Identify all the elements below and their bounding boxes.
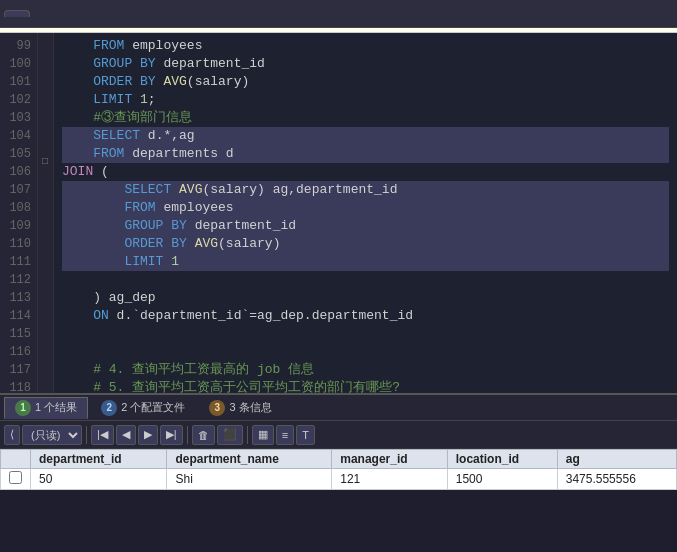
code-editor[interactable]: 9910010110210310410510610710810911011111… (0, 33, 677, 393)
line-number: 99 (6, 37, 31, 55)
fold-button (38, 119, 52, 136)
toolbar-delete-button[interactable]: 🗑 (192, 425, 215, 445)
code-line: ON d.`department_id`=ag_dep.department_i… (62, 307, 669, 325)
fold-button (38, 204, 52, 221)
result-tab-label: 3 条信息 (229, 400, 271, 415)
result-tab-badge: 2 (101, 400, 117, 416)
code-line (62, 271, 669, 289)
grid-check-header (1, 450, 31, 469)
code-token: employees (132, 38, 202, 53)
code-line: # 5. 查询平均工资高于公司平均工资的部门有哪些? (62, 379, 669, 393)
toolbar-first-button[interactable]: |◀ (91, 425, 114, 445)
toolbar-stop-button[interactable]: ⬛ (217, 425, 243, 445)
result-tab[interactable]: 33 条信息 (198, 397, 282, 419)
line-number: 108 (6, 199, 31, 217)
code-token: JOIN (62, 164, 93, 179)
fold-button (38, 33, 52, 50)
line-number: 111 (6, 253, 31, 271)
result-tab-label: 1 个结果 (35, 400, 77, 415)
toolbar-list-button[interactable]: ≡ (276, 425, 294, 445)
fold-button (38, 290, 52, 307)
line-number: 110 (6, 235, 31, 253)
result-tab[interactable]: 22 个配置文件 (90, 397, 196, 419)
code-token: AVG (195, 236, 218, 251)
code-token: (salary) (218, 236, 280, 251)
line-number: 106 (6, 163, 31, 181)
code-line: LIMIT 1; (62, 91, 669, 109)
bottom-panel: 11 个结果22 个配置文件33 条信息 ⟨ (只读) |◀ ◀ ▶ ▶| 🗑 … (0, 393, 677, 490)
code-line (62, 325, 669, 343)
code-line: LIMIT 1 (62, 253, 669, 271)
line-numbers: 9910010110210310410510610710810911011111… (0, 33, 38, 393)
new-tab-button[interactable] (32, 11, 48, 17)
line-number: 105 (6, 145, 31, 163)
grid-cell: 1500 (447, 469, 557, 490)
table-row[interactable]: 50Shi12115003475.555556 (1, 469, 677, 490)
code-line: GROUP BY department_id (62, 55, 669, 73)
grid-column-header: manager_id (332, 450, 447, 469)
grid-column-header: department_name (167, 450, 332, 469)
code-token: employees (163, 200, 233, 215)
toolbar-text-button[interactable]: T (296, 425, 315, 445)
fold-button (38, 256, 52, 273)
toolbar-separator2 (187, 426, 188, 444)
grid-cell: 50 (31, 469, 167, 490)
fold-button[interactable]: □ (38, 153, 52, 170)
line-number: 103 (6, 109, 31, 127)
code-token: AVG (163, 74, 186, 89)
code-token: 1 (171, 254, 179, 269)
code-token: LIMIT (62, 92, 140, 107)
code-token: departments d (132, 146, 233, 161)
code-token: LIMIT (62, 254, 171, 269)
line-number: 115 (6, 325, 31, 343)
fold-button (38, 50, 52, 67)
result-tabs: 11 个结果22 个配置文件33 条信息 (0, 395, 677, 421)
code-token: # 4. 查询平均工资最高的 job 信息 (62, 362, 314, 377)
toolbar-grid-button[interactable]: ▦ (252, 425, 274, 445)
fold-button (38, 102, 52, 119)
line-number: 112 (6, 271, 31, 289)
code-token: d.*,ag (148, 128, 195, 143)
grid-cell: 121 (332, 469, 447, 490)
line-number: 113 (6, 289, 31, 307)
code-area[interactable]: FROM employees GROUP BY department_id OR… (54, 33, 677, 393)
grid-column-header: ag (557, 450, 676, 469)
tab-bar (0, 0, 677, 28)
code-line: FROM employees (62, 37, 669, 55)
grid-column-header: department_id (31, 450, 167, 469)
toolbar-next-button[interactable]: ▶ (138, 425, 158, 445)
main-tab[interactable] (4, 10, 30, 17)
code-token: FROM (62, 38, 132, 53)
code-token: # 5. 查询平均工资高于公司平均工资的部门有哪些? (62, 380, 400, 393)
toolbar-prev-button[interactable]: ◀ (116, 425, 136, 445)
grid-cell: Shi (167, 469, 332, 490)
code-token: ORDER BY (62, 74, 163, 89)
line-number: 104 (6, 127, 31, 145)
fold-button (38, 136, 52, 153)
fold-button (38, 273, 52, 290)
code-token: GROUP BY (62, 218, 195, 233)
fold-button (38, 187, 52, 204)
code-token: ) ag_dep (62, 290, 156, 305)
fold-button (38, 222, 52, 239)
code-line: SELECT d.*,ag (62, 127, 669, 145)
code-line: ) ag_dep (62, 289, 669, 307)
toolbar-nav-button[interactable]: ⟨ (4, 425, 20, 445)
fold-gutter: □ (38, 33, 54, 393)
line-number: 100 (6, 55, 31, 73)
readonly-select[interactable]: (只读) (22, 425, 82, 445)
code-line (62, 343, 669, 361)
code-token: d.`department_id`=ag_dep.department_id (117, 308, 413, 323)
fold-button (38, 239, 52, 256)
result-tab-label: 2 个配置文件 (121, 400, 185, 415)
result-tab[interactable]: 11 个结果 (4, 397, 88, 419)
toolbar-separator (86, 426, 87, 444)
line-number: 109 (6, 217, 31, 235)
grid-cell: 3475.555556 (557, 469, 676, 490)
line-number: 118 (6, 379, 31, 393)
code-token: SELECT (62, 128, 148, 143)
toolbar-last-button[interactable]: ▶| (160, 425, 183, 445)
code-line: #③查询部门信息 (62, 109, 669, 127)
code-token: ( (93, 164, 109, 179)
row-checkbox[interactable] (1, 469, 31, 490)
